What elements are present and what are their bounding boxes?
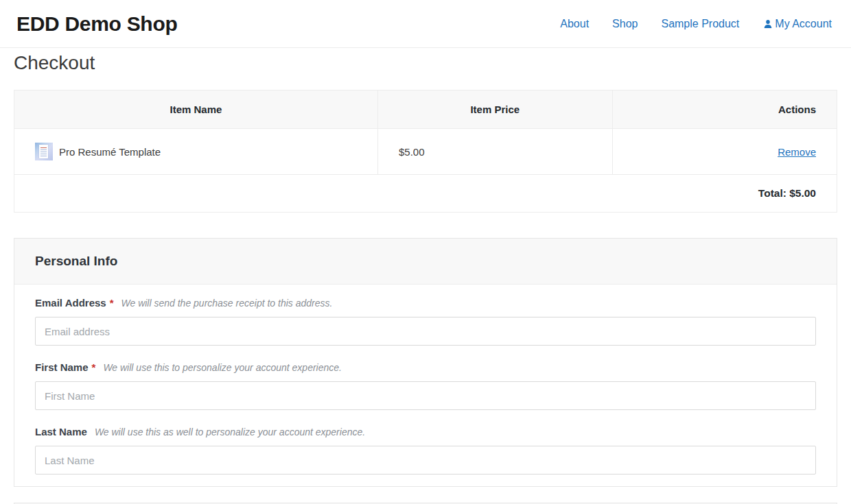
page-title: Checkout [14,51,837,75]
cart-total-cell: Total: $5.00 [14,175,837,213]
cart-total-row: Total: $5.00 [14,175,837,213]
required-marker: * [92,361,96,374]
column-header-item-name: Item Name [14,91,378,129]
cart-item-row: Pro Resumé Template $5.00 Remove [14,129,837,175]
nav-item-sample-product[interactable]: Sample Product [661,18,739,30]
checkout-cart-table: Item Name Item Price Actions Pro Resumé … [14,90,837,213]
last-name-field-group: Last Name We will use this as well to pe… [35,425,816,475]
site-logo[interactable]: EDD Demo Shop [16,12,177,36]
column-header-actions: Actions [612,91,837,129]
first-name-field-group: First Name * We will use this to persona… [35,361,816,410]
cart-item-name-cell: Pro Resumé Template [14,129,378,175]
email-description: We will send the purchase receipt to thi… [121,297,333,310]
nav-item-shop[interactable]: Shop [612,18,638,30]
first-name-input[interactable] [35,381,816,410]
email-label: Email Address [35,296,106,309]
cart-item-actions-cell: Remove [612,129,837,175]
last-name-description: We will use this as well to personalize … [95,426,365,439]
product-name: Pro Resumé Template [59,146,161,158]
personal-info-body: Email Address * We will send the purchas… [14,285,837,486]
column-header-item-price: Item Price [377,91,612,129]
nav-item-my-account[interactable]: My Account [762,18,832,30]
nav-my-account-label: My Account [775,18,832,30]
checkout-page: Checkout Item Name Item Price Actions Pr… [14,51,837,504]
cart-total-label: Total: [758,187,786,199]
personal-info-section: Personal Info Email Address * We will se… [14,238,837,487]
nav-item-about[interactable]: About [560,18,589,30]
email-field-group: Email Address * We will send the purchas… [35,296,816,346]
product-thumbnail [35,143,53,160]
user-icon [762,19,773,29]
last-name-label: Last Name [35,425,87,438]
email-input[interactable] [35,317,816,346]
site-header: EDD Demo Shop About Shop Sample Product … [0,0,851,48]
main-nav: About Shop Sample Product My Account [560,18,832,30]
cart-header-row: Item Name Item Price Actions [14,91,837,129]
personal-info-legend: Personal Info [14,239,837,285]
last-name-input[interactable] [35,446,816,475]
first-name-description: We will use this to personalize your acc… [103,361,342,374]
first-name-label: First Name [35,361,89,374]
cart-item-price-cell: $5.00 [377,129,612,175]
required-marker: * [110,296,114,309]
cart-total-amount: $5.00 [789,187,816,199]
remove-item-link[interactable]: Remove [778,146,816,158]
